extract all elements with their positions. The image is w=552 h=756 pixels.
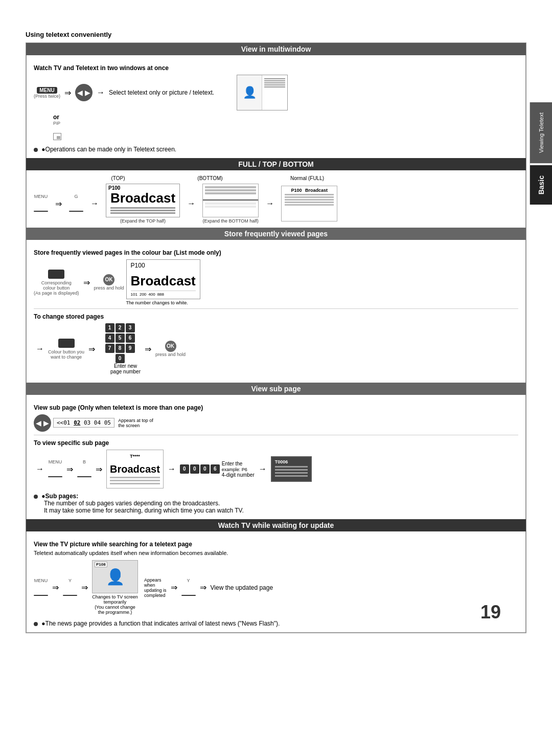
four-digit-label: 4-digit number <box>222 472 255 478</box>
enter-4digit-label: Enter the example: P6 4-digit number <box>222 461 255 478</box>
store-pages-subtitle: Store frequently viewed pages in the col… <box>34 249 518 256</box>
arrow-right-icon <box>97 88 105 97</box>
specific-arrow1: → <box>36 464 44 474</box>
to-change-title: To change stored pages <box>34 313 518 320</box>
num-2[interactable]: 2 <box>116 323 125 332</box>
divider2 <box>34 435 518 435</box>
dpad-button[interactable]: ◀ ▶ <box>75 84 93 101</box>
basic-text: Basic <box>537 175 545 194</box>
view-multiwindow-bar: View in multiwindow <box>26 43 526 55</box>
zero-btn-1[interactable]: 0 <box>180 464 189 474</box>
update-y-label2: Y <box>181 578 196 583</box>
enter-label: Enter the <box>222 461 243 466</box>
num-grid: 1 2 3 4 5 6 7 8 9 <box>105 323 135 353</box>
num-7[interactable]: 7 <box>105 344 114 353</box>
num-1[interactable]: 1 <box>105 323 114 332</box>
watch-tv-teletext-title: Watch TV and Teletext in two windows at … <box>34 64 518 72</box>
num-6[interactable]: 6 <box>126 333 135 343</box>
ftb-arrow1: ⇒ <box>55 199 62 209</box>
viewing-teletext-text: Viewing Teletext <box>538 113 544 153</box>
update-menu-btn[interactable] <box>34 595 48 596</box>
six-btn[interactable]: 6 <box>211 464 220 474</box>
ok-button[interactable]: OK <box>103 274 114 285</box>
b-button[interactable] <box>77 476 91 477</box>
b-label: B <box>77 459 91 464</box>
watch-tv-row: MENU ⇒ Y ⇒ P108 👤 <box>34 560 518 615</box>
bullet-icon-2 <box>34 495 38 499</box>
store-num-101: 101 <box>131 292 137 297</box>
ftb-menu-button[interactable] <box>34 211 48 212</box>
broadcast-lines <box>110 207 175 214</box>
ok-button-2[interactable]: OK <box>165 341 176 352</box>
num-0[interactable]: 0 <box>116 354 125 363</box>
store-broadcast-text: Broadcast <box>131 273 196 289</box>
sub-pages-text1: The number of sub pages varies depending… <box>34 500 220 507</box>
basic-sidebar: Basic <box>530 165 553 205</box>
zero-buttons-row: 0 0 0 6 <box>180 464 220 474</box>
expand-bottom-label: (Expand the BOTTOM half) <box>202 218 259 224</box>
update-tv-preview: P108 👤 <box>92 560 138 593</box>
store-num-200: 200 <box>140 292 146 297</box>
subpage-indicator: <<01 02 03 04 05 <box>53 418 114 428</box>
update-arrow3: ⇒ <box>171 583 177 592</box>
specific-sub-row: → MENU ⇒ B ⇒ T**** <box>34 450 518 488</box>
operations-note: ●Operations can be made only in Teletext… <box>34 146 518 153</box>
press-hold-label2: press and hold <box>155 352 186 357</box>
ftb-arrow2 <box>90 199 99 208</box>
view-sub-page-bar: View sub page <box>26 383 526 395</box>
num-3[interactable]: 3 <box>126 323 135 332</box>
store-broadcast-container: P100 Broadcast 101 200 400 888 The numbe… <box>126 259 200 305</box>
num-4[interactable]: 4 <box>105 333 114 343</box>
store-broadcast-box: P100 Broadcast 101 200 400 888 <box>126 259 200 299</box>
p100-label: P100 <box>108 185 120 191</box>
sub-dpad[interactable]: ◀ ▶ <box>34 414 51 432</box>
ftb-menu-label: MENU <box>34 194 48 199</box>
specific-arrow3: ⇒ <box>96 464 102 474</box>
bullet-icon <box>34 148 38 152</box>
t0006-box: T0006 <box>271 456 312 482</box>
update-y-btn[interactable] <box>63 595 77 596</box>
vsub-broadcast-box: T**** Broadcast <box>106 450 164 488</box>
t-label: T**** <box>130 454 140 459</box>
view-updated-label: View the updated page <box>211 584 273 591</box>
t0006-title: T0006 <box>275 459 308 464</box>
store-page-nums: 101 200 400 888 <box>131 291 196 297</box>
change-colour-button[interactable] <box>58 339 75 348</box>
store-pages-row: Correspondingcolour button(As page is di… <box>34 259 518 305</box>
change-colour-label: Colour button youwant to change <box>48 349 84 360</box>
specific-arrow4 <box>168 464 176 474</box>
sub-pages-note: ●Sub pages: <box>41 493 78 500</box>
watch-tv-update-title: Watch TV while waiting for update <box>218 521 334 529</box>
multiwindow-row: MENU (Press twice) ⇒ ◀ ▶ Select teletext… <box>34 75 518 110</box>
g-button[interactable] <box>69 211 83 212</box>
bottom-label: (BOTTOM) <box>197 175 222 181</box>
zero-btn-3[interactable]: 0 <box>200 464 210 474</box>
changes-tv-label: Changes to TV screen temporarily(You can… <box>92 594 138 615</box>
zero-btn-2[interactable]: 0 <box>190 464 199 474</box>
colour-button[interactable] <box>48 270 64 279</box>
using-teletext-title: Using teletext conveniently <box>26 31 526 38</box>
sub-page-row: ◀ ▶ <<01 02 03 04 05 Appears at top ofth… <box>34 414 518 432</box>
pip-icon[interactable] <box>53 133 61 140</box>
page-number: 19 <box>480 602 501 623</box>
example-label: example: P6 <box>222 467 247 472</box>
update-tv-container: P108 👤 Changes to TV screen temporarily(… <box>92 560 138 615</box>
full-top-bottom-bar: FULL / TOP / BOTTOM <box>26 158 526 170</box>
store-num-888: 888 <box>157 292 164 297</box>
num-9[interactable]: 9 <box>126 344 135 353</box>
num-8[interactable]: 8 <box>116 344 125 353</box>
update-y-btn2[interactable] <box>181 595 196 596</box>
num-grid-bottom: 0 <box>99 354 141 363</box>
specific-menu-btn[interactable] <box>48 476 62 477</box>
specific-arrow2: ⇒ <box>66 464 73 474</box>
watch-tv-update-content: View the TV picture while searching for … <box>26 531 526 633</box>
num-5[interactable]: 5 <box>116 333 125 343</box>
change-arrow3: ⇒ <box>145 344 151 354</box>
tv-preview-image: 👤 <box>237 75 288 110</box>
store-arrow1: ⇒ <box>83 278 90 287</box>
or-text: or <box>53 114 59 121</box>
sub-pages-text2: It may take some time for searching, dur… <box>34 507 244 514</box>
enter-new-label: Enter newpage number <box>110 363 141 374</box>
menu-button[interactable]: MENU <box>37 87 57 94</box>
sidebar: Viewing Teletext Basic <box>530 102 552 205</box>
